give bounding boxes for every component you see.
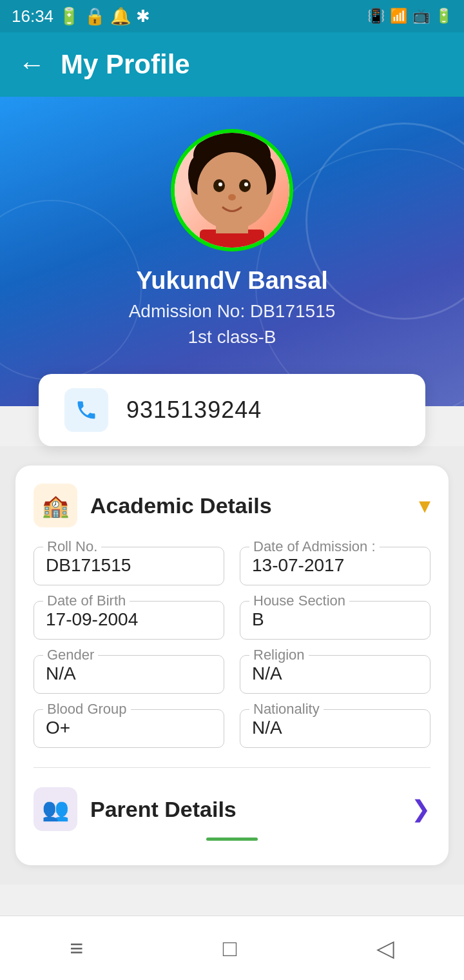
student-admission: Admission No: DB171515 [129,301,336,322]
status-bar-left: 16:34 🔋 🔒 🔔 ✱ [12,6,150,26]
bt-icon: ✱ [136,6,150,26]
avatar-svg [180,133,284,248]
field-value-house: B [252,609,264,629]
field-roll-no: Roll No. DB171515 [34,547,224,585]
time-display: 16:34 [12,6,53,26]
field-blood-group: Blood Group O+ [34,709,224,748]
status-bar-right: 📳 📶 📺 🔋 [367,8,452,24]
field-value-blood: O+ [46,718,70,738]
avatar-image [175,133,289,248]
academic-icon-box: 🏫 [34,484,77,527]
back-button[interactable]: ← [18,51,45,78]
academic-section-header[interactable]: 🏫 Academic Details ▾ [34,484,430,527]
hero-decoration [0,200,142,380]
page-title: My Profile [61,49,190,80]
field-label-roll: Roll No. [43,538,101,555]
lock-icon: 🔒 [84,6,105,26]
battery-icon: 🔋 [435,8,452,24]
content-area: 🏫 Academic Details ▾ Roll No. DB171515 D… [0,446,464,885]
field-house: House Section B [240,601,430,640]
parent-icon-box: 👥 [34,787,77,831]
student-name: YukundV Bansal [136,267,328,295]
parent-chevron[interactable]: ❯ [411,796,430,823]
phone-icon [75,398,98,422]
main-card: 🏫 Academic Details ▾ Roll No. DB171515 D… [15,466,449,865]
parent-title: Parent Details [90,797,237,822]
wifi-icon: 📶 [390,8,407,24]
notif-icon: 🔔 [110,6,131,26]
academic-header-left: 🏫 Academic Details [34,484,272,527]
bottom-indicator [34,831,430,845]
phone-number: 9315139244 [126,397,262,424]
academic-title: Academic Details [90,493,272,518]
hero-section: YukundV Bansal Admission No: DB171515 1s… [0,97,464,406]
phone-icon-box [64,388,108,432]
parent-icon: 👥 [42,796,69,822]
field-value-admission: 13-07-2017 [252,555,344,575]
nav-menu-icon[interactable]: ≡ [70,935,83,962]
field-nationality: Nationality N/A [240,709,430,748]
indicator-line [206,838,258,841]
field-label-house: House Section [249,593,349,609]
field-label-admission: Date of Admission : [249,538,380,555]
vibrate-icon: 📳 [367,8,385,24]
student-class: 1st class-B [188,327,276,348]
field-label-nationality: Nationality [249,701,324,718]
academic-icon: 🏫 [42,493,69,518]
parent-section-row[interactable]: 👥 Parent Details ❯ [34,787,430,831]
cast-icon: 📺 [412,8,430,24]
field-value-roll: DB171515 [46,555,131,575]
field-label-gender: Gender [43,647,98,663]
avatar [171,129,293,251]
field-date-admission: Date of Admission : 13-07-2017 [240,547,430,585]
svg-point-4 [197,152,267,227]
parent-header-left: 👥 Parent Details [34,787,237,831]
svg-point-9 [228,194,236,201]
phone-card-wrapper: 9315139244 [0,374,464,446]
field-value-gender: N/A [46,663,76,683]
svg-point-8 [244,182,248,186]
field-label-dob: Date of Birth [43,593,130,609]
bottom-nav: ≡ □ ◁ [0,916,464,980]
field-gender: Gender N/A [34,655,224,694]
field-label-blood: Blood Group [43,701,131,718]
svg-point-7 [218,182,222,186]
phone-card: 9315139244 [39,374,425,446]
sim-icon: 🔋 [59,6,79,26]
nav-back-icon[interactable]: ◁ [376,935,394,962]
academic-chevron[interactable]: ▾ [419,492,430,519]
status-bar: 16:34 🔋 🔒 🔔 ✱ 📳 📶 📺 🔋 [0,0,464,32]
field-value-dob: 17-09-2004 [46,609,138,629]
section-divider [34,767,430,768]
nav-home-icon[interactable]: □ [223,935,237,962]
field-value-religion: N/A [252,663,282,683]
field-value-nationality: N/A [252,718,282,738]
top-nav: ← My Profile [0,32,464,97]
academic-fields-grid: Roll No. DB171515 Date of Admission : 13… [34,547,430,748]
svg-rect-11 [216,222,248,233]
field-label-religion: Religion [249,647,309,663]
field-dob: Date of Birth 17-09-2004 [34,601,224,640]
field-religion: Religion N/A [240,655,430,694]
